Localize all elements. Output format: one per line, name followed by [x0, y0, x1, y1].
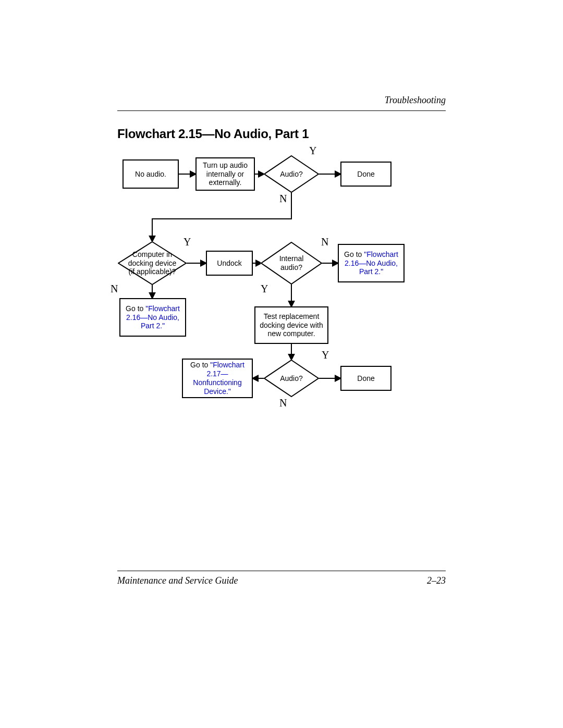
- node-goto-216a: Go to "Flowchart 2.16—No Audio, Part 2.": [338, 244, 405, 282]
- node-text: Audio?: [280, 374, 303, 383]
- footer-left: Maintenance and Service Guide: [117, 575, 238, 586]
- decision-audio-2: Audio?: [264, 360, 319, 397]
- edge-label-y: Y: [322, 349, 329, 361]
- edge-label-y: Y: [261, 283, 268, 295]
- edge-label-n: N: [111, 283, 118, 295]
- goto-prefix: Go to: [126, 304, 145, 313]
- node-done-1: Done: [340, 162, 391, 187]
- header-section: Troubleshooting: [385, 95, 446, 106]
- node-text: No audio.: [135, 170, 166, 179]
- node-text: Done: [357, 374, 374, 383]
- edge-label-n: N: [279, 193, 287, 205]
- page-title: Flowchart 2.15—No Audio, Part 1: [117, 127, 309, 141]
- node-text: Go to "Flowchart 2.16—No Audio, Part 2.": [341, 250, 401, 276]
- decision-audio-1: Audio?: [264, 155, 319, 193]
- node-text: Done: [357, 170, 374, 179]
- edge-label-n: N: [279, 397, 287, 409]
- header-rule: [117, 110, 446, 111]
- node-text: Go to "Flowchart 2.16—No Audio, Part 2.": [123, 304, 183, 330]
- node-text: Test replacement docking device with new…: [258, 312, 325, 338]
- page: Troubleshooting Flowchart 2.15—No Audio,…: [0, 0, 563, 728]
- node-text: Undock: [217, 259, 241, 268]
- node-text: Internal audio?: [270, 254, 313, 272]
- node-text: Go to "Flowchart 2.17—Nonfunctioning Dev…: [185, 361, 250, 396]
- node-turn-up: Turn up audio internally or externally.: [195, 157, 255, 191]
- decision-docking: Computer in docking device (if applicabl…: [118, 241, 187, 285]
- node-goto-216b: Go to "Flowchart 2.16—No Audio, Part 2.": [119, 298, 186, 337]
- edge-label-y: Y: [309, 145, 316, 157]
- node-done-2: Done: [340, 366, 391, 391]
- node-undock: Undock: [206, 251, 253, 276]
- edge-label-y: Y: [183, 236, 191, 248]
- node-no-audio: No audio.: [123, 159, 179, 189]
- footer-rule: [117, 571, 446, 571]
- node-goto-217: Go to "Flowchart 2.17—Nonfunctioning Dev…: [182, 359, 253, 398]
- footer-right: 2–23: [427, 575, 446, 586]
- goto-prefix: Go to: [190, 361, 210, 369]
- node-test-replacement: Test replacement docking device with new…: [254, 306, 328, 344]
- node-text: Turn up audio internally or externally.: [199, 161, 252, 187]
- decision-internal-audio: Internal audio?: [261, 242, 322, 285]
- node-text: Audio?: [280, 170, 303, 179]
- goto-prefix: Go to: [344, 250, 364, 258]
- node-text: Computer in docking device (if applicabl…: [127, 250, 177, 276]
- edge-label-n: N: [321, 236, 328, 248]
